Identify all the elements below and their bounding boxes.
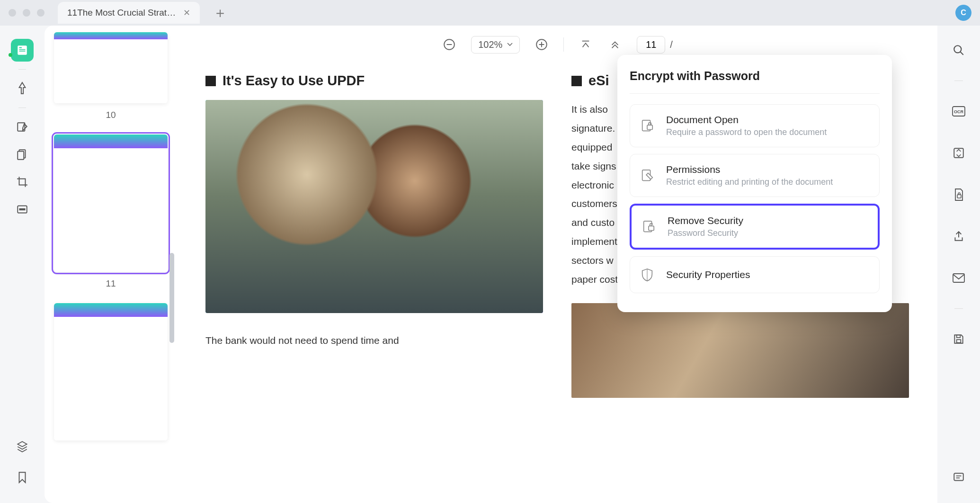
highlight-tool[interactable] <box>11 77 34 100</box>
zoom-out-button[interactable] <box>442 37 457 52</box>
layers-icon <box>16 440 28 452</box>
edit-text-icon <box>16 121 28 133</box>
body-paragraph: The bank would not need to spend time an… <box>205 331 543 350</box>
email-button[interactable] <box>947 267 970 289</box>
page-left-column: It's Easy to Use UPDF The bank would not… <box>205 73 543 494</box>
page-indicator: / <box>637 36 673 54</box>
crop-icon <box>16 176 28 188</box>
svg-rect-27 <box>953 274 964 282</box>
close-tab-icon[interactable]: ✕ <box>183 8 190 18</box>
thumbnail-item[interactable] <box>54 303 168 440</box>
convert-button[interactable] <box>947 142 970 164</box>
left-toolbar <box>0 26 45 503</box>
remove-security-option[interactable]: Remove Security Password Security <box>630 204 880 250</box>
svg-rect-29 <box>957 335 961 337</box>
minimize-window[interactable] <box>23 9 30 17</box>
svg-rect-30 <box>954 473 963 480</box>
heading-text: eSi <box>588 73 609 89</box>
mail-icon <box>952 273 965 283</box>
separator <box>954 81 963 81</box>
tab-title: 11The Most Crucial Strateg <box>67 8 177 18</box>
bullet-square-icon <box>571 76 582 86</box>
zoom-out-icon <box>443 38 455 51</box>
window-controls <box>9 9 45 17</box>
lock-file-icon <box>953 188 964 201</box>
svg-text:OCR: OCR <box>954 109 964 114</box>
layers-button[interactable] <box>11 435 34 458</box>
new-tab-button[interactable]: ＋ <box>213 3 227 23</box>
main-view: 102% / It's Easy to Use UPDF <box>177 26 937 503</box>
svg-rect-1 <box>19 47 22 48</box>
first-page-button[interactable] <box>578 37 593 52</box>
prev-page-button[interactable] <box>607 37 623 52</box>
popover-title: Encrypt with Password <box>630 69 880 94</box>
right-toolbar: OCR <box>937 26 980 503</box>
ocr-button[interactable]: OCR <box>947 100 970 123</box>
heading-text: It's Easy to Use UPDF <box>223 73 365 89</box>
security-properties-option[interactable]: Security Properties <box>630 256 880 293</box>
thumbnail-item[interactable]: 10 <box>54 32 168 120</box>
document-tab[interactable]: 11The Most Crucial Strateg ✕ <box>58 2 200 24</box>
shield-icon <box>639 266 656 283</box>
svg-rect-3 <box>19 51 26 52</box>
svg-rect-8 <box>19 208 26 210</box>
search-icon <box>953 44 965 56</box>
svg-rect-6 <box>18 152 24 160</box>
thumbnail-item[interactable]: 11 <box>54 135 168 289</box>
chevron-up-double-icon <box>610 39 620 50</box>
zoom-value: 102% <box>478 39 502 50</box>
bookmark-icon <box>17 471 27 484</box>
bookmark-button[interactable] <box>11 466 34 489</box>
zoom-select[interactable]: 102% <box>471 36 520 54</box>
svg-line-22 <box>960 52 963 55</box>
bullet-square-icon <box>205 76 216 86</box>
svg-rect-0 <box>18 45 27 55</box>
option-title: Remove Security <box>668 215 743 226</box>
separator <box>18 69 26 70</box>
zoom-in-button[interactable] <box>534 37 549 52</box>
status-dot <box>9 53 12 57</box>
encrypt-popover: Encrypt with Password Document Open Requ… <box>617 55 892 312</box>
crop-tool[interactable] <box>11 171 34 193</box>
convert-icon <box>953 147 965 159</box>
secondary-image <box>571 303 909 398</box>
highlighter-icon <box>16 81 28 96</box>
svg-point-21 <box>954 45 961 53</box>
hero-image <box>205 100 543 313</box>
reader-mode-button[interactable] <box>11 39 34 62</box>
svg-rect-26 <box>957 195 961 198</box>
maximize-window[interactable] <box>37 9 45 17</box>
notes-icon <box>953 471 965 484</box>
titlebar: 11The Most Crucial Strateg ✕ ＋ C <box>0 0 980 26</box>
chevron-down-icon <box>507 43 513 46</box>
protect-button[interactable] <box>947 183 970 206</box>
permissions-icon <box>639 167 656 184</box>
page-manage-tool[interactable] <box>11 143 34 166</box>
search-button[interactable] <box>947 39 970 62</box>
option-subtitle: Restrict editing and printing of the doc… <box>666 177 833 187</box>
option-title: Permissions <box>666 164 833 175</box>
thumbnail-panel[interactable]: 10 11 <box>45 26 177 503</box>
svg-rect-2 <box>19 49 26 50</box>
thumbnail-label: 11 <box>54 278 168 289</box>
close-window[interactable] <box>9 9 16 17</box>
save-button[interactable] <box>947 328 970 350</box>
share-button[interactable] <box>947 225 970 248</box>
page-separator: / <box>670 39 673 50</box>
notes-button[interactable] <box>947 466 970 489</box>
document-open-option[interactable]: Document Open Require a password to open… <box>630 104 880 147</box>
lock-document-icon <box>639 117 656 135</box>
option-title: Document Open <box>666 114 827 126</box>
thumbnail-label: 10 <box>54 110 168 120</box>
page-input[interactable] <box>637 36 665 54</box>
option-subtitle: Password Security <box>668 228 743 238</box>
scrollbar-thumb[interactable] <box>169 253 174 343</box>
ocr-icon: OCR <box>952 106 965 117</box>
option-title: Security Properties <box>666 269 750 280</box>
svg-rect-28 <box>957 340 961 343</box>
permissions-option[interactable]: Permissions Restrict editing and printin… <box>630 154 880 197</box>
user-avatar[interactable]: C <box>955 5 971 21</box>
book-icon <box>16 44 28 56</box>
edit-text-tool[interactable] <box>11 116 34 138</box>
redact-tool[interactable] <box>11 198 34 221</box>
